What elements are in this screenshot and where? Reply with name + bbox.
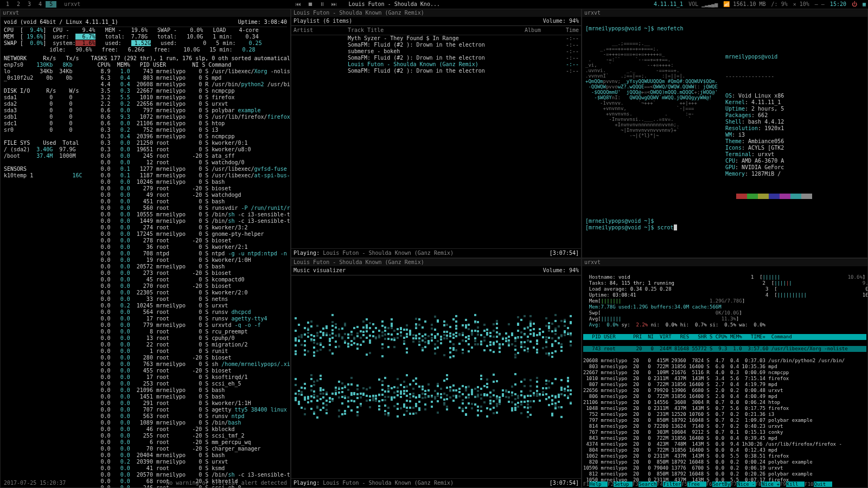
proc-row[interactable]: 6.3 0.4 803 mrneilypo 0 S mpd bbox=[91, 75, 291, 81]
terminal-input[interactable]: [mrneilypops@void ~]$ scrot bbox=[585, 224, 674, 230]
proc-row[interactable]: 0.0 0.0 253 root 0 S scsi_eh_5 bbox=[91, 381, 291, 387]
proc-row[interactable]: 0.0 0.0 560 root 0 S runsvdir -P /run/ru… bbox=[91, 205, 291, 211]
proc-row[interactable]: 0.0 0.0 21096 mrneilypo 0 S bash bbox=[91, 387, 291, 394]
player-playpause-icon[interactable]: ⏸ bbox=[318, 1, 327, 7]
proc-row[interactable]: 0.0 0.0 17 root 0 S runsv agetty-tty4 bbox=[91, 316, 291, 322]
proc-row[interactable]: 0.0 0.0 17 root 0 S ksoftirqd/1 bbox=[91, 374, 291, 381]
proc-row[interactable]: 0.0 0.0 1451 mrneilypo 0 S bash bbox=[91, 394, 291, 400]
htop-row[interactable]: 22656 mrneilypo 20 0 79920 13906 6680 S … bbox=[583, 388, 866, 394]
htop-row[interactable]: 812 mrneilypo 20 0 850M 18792 16048 S 0.… bbox=[583, 471, 866, 477]
htop-row[interactable]: 843 mrneilypo 20 0 722M 31856 16400 S 0.… bbox=[583, 435, 866, 441]
proc-row[interactable]: 0.0 0.0 455 root -20 S bioset bbox=[91, 368, 291, 374]
htop-row[interactable]: 752 mrneilypo 20 0 231M 12520 10760 S 0.… bbox=[583, 412, 866, 418]
proc-row[interactable]: 0.3 0.2 752 mrneilypo 0 S i3 bbox=[91, 127, 291, 133]
proc-row[interactable]: 0.0 0.0 20572 mrneilypo 0 S bash bbox=[91, 264, 291, 270]
proc-row[interactable]: 0.6 9.3 1072 mrneilypo 0 S /usr/lib/fire… bbox=[91, 114, 291, 120]
proc-row[interactable]: 0.0 0.2 20390 mrneilypo 0 S urxvt bbox=[91, 459, 291, 465]
htop-row[interactable]: 4374 mrneilypo 20 0 423M 748M 143M S 0.0… bbox=[583, 441, 866, 447]
player-next-icon[interactable]: ⏭ bbox=[330, 1, 339, 7]
htop-fkeys[interactable]: F1Help F2Setup F3SearchF4FilterF5Tree F6… bbox=[582, 481, 867, 487]
proc-row[interactable]: 0.0 0.0 13 root 0 S cpuhp/0 bbox=[91, 335, 291, 342]
proc-row[interactable]: 0.0 0.0 36 root 0 S kworker/2:1 bbox=[91, 244, 291, 251]
proc-row[interactable]: 0.0 0.0 451 root 0 S bash bbox=[91, 198, 291, 205]
proc-row[interactable]: 0.0 0.0 17245 mrneilypo 0 S gnome-pty-he… bbox=[91, 231, 291, 237]
playlist-row[interactable]: Louis Futon - Shoulda Known (Ganz Remix)… bbox=[291, 61, 581, 68]
proc-row[interactable]: 0.0 0.0 273 root -20 S bioset bbox=[91, 270, 291, 277]
proc-row[interactable]: 0.0 0.1 1187 mrneilypo 0 S /usr/libexec/… bbox=[91, 172, 291, 179]
proc-row[interactable]: 0.0 0.0 6 root -20 S mm_percpu_wq bbox=[91, 439, 291, 446]
proc-row[interactable]: 4.4 0.4 20608 mrneilypo 0 R /usr/bin/pyt… bbox=[91, 81, 291, 88]
playlist-row[interactable]: SomaFM: Fluid (#2 ): Drown in the electr… bbox=[291, 55, 581, 61]
proc-row[interactable]: 0.0 0.0 49 root -20 S watchdogd bbox=[91, 192, 291, 198]
proc-row[interactable]: 0.0 0.0 20404 mrneilypo 0 S bash bbox=[91, 452, 291, 459]
proc-row[interactable]: 0.0 0.1 1277 mrneilypo 0 S /usr/libexec/… bbox=[91, 166, 291, 172]
workspace-2[interactable]: 2 bbox=[13, 1, 24, 8]
proc-row[interactable]: 0.0 0.0 270 root -20 S bioset bbox=[91, 283, 291, 290]
proc-row[interactable]: 0.3 0.4 20396 mrneilypo 0 S ncmpcpp bbox=[91, 133, 291, 140]
menu-icon[interactable]: ▦ bbox=[863, 1, 866, 8]
proc-row[interactable]: 0.0 0.0 763 mrneilypo 0 S sh /home/mrnei… bbox=[91, 361, 291, 368]
proc-row[interactable]: 0.0 0.0 10555 mrneilypo 0 S /bin/sh -c i… bbox=[91, 211, 291, 218]
htop-selected-row[interactable]: 743 root 20 0 244M 81648 55772 S 9.3 1.0… bbox=[583, 346, 866, 352]
htop-row[interactable]: 1048 mrneilypo 20 0 2311M 437M 143M S 0.… bbox=[583, 406, 866, 412]
proc-row[interactable]: 0.0 0.0 46 root -20 S kblockd bbox=[91, 426, 291, 433]
proc-row[interactable]: 0.0 0.0 70 root -20 S charger_manager bbox=[91, 446, 291, 452]
proc-row[interactable]: 0.0 0.0 707 root 0 S agetty tty5 38400 l… bbox=[91, 407, 291, 413]
playlist-row[interactable]: submerse - bokeh-:-- bbox=[291, 48, 581, 55]
proc-row[interactable]: 0.0 0.0 708 ntpd 0 S ntpd -g -u ntpd:ntp… bbox=[91, 251, 291, 257]
proc-row[interactable]: 0.0 0.0 22305 root 0 S kworker/2:0 bbox=[91, 290, 291, 296]
proc-row[interactable]: 0.0 0.0 255 root -20 S scsi_tmf_2 bbox=[91, 433, 291, 439]
proc-row[interactable]: 0.0 0.0 1449 mrneilypo 0 S /bin/sh -c i3… bbox=[91, 218, 291, 224]
htop-row[interactable]: 807 mrneilypo 20 0 722M 31856 16400 S 2.… bbox=[583, 382, 866, 388]
proc-row[interactable]: 0.0 0.0 278 root -20 S bioset bbox=[91, 237, 291, 244]
proc-row[interactable]: 0.0 0.0 20570 mrneilypo 0 S /bin/sh -c i… bbox=[91, 472, 291, 478]
proc-row[interactable]: 0.0 0.0 22 root 0 S migration/2 bbox=[91, 342, 291, 348]
proc-row[interactable]: 0.0 0.0 245 root -20 S ata_sff bbox=[91, 153, 291, 159]
proc-row[interactable]: 0.0 0.0 10246 mrneilypo 0 S bash bbox=[91, 179, 291, 185]
proc-row[interactable]: 0.0 0.2 10245 mrneilypo 0 S urxvt bbox=[91, 303, 291, 309]
workspace-4[interactable]: 4 bbox=[35, 1, 46, 8]
proc-row[interactable]: 0.0 0.0 8 root 0 S rcu_preempt bbox=[91, 329, 291, 335]
proc-row[interactable]: 0.6 0.0 21106 mrneilypo 0 S htop bbox=[91, 120, 291, 127]
playlist-row[interactable]: Myth Syzer - They Found $ In Range-:-- bbox=[291, 35, 581, 42]
proc-row[interactable]: 0.0 0.0 779 mrneilypo 0 S urxvtd -q -o -… bbox=[91, 322, 291, 329]
workspace-1[interactable]: 1 bbox=[2, 1, 13, 8]
proc-row[interactable]: 3.5 0.3 22667 mrneilypo 0 S ncmpcpp bbox=[91, 88, 291, 94]
playlist-row[interactable]: SomaFM: Fluid (#2 ): Drown in the electr… bbox=[291, 68, 581, 74]
workspace-5[interactable]: 5 bbox=[46, 1, 56, 8]
proc-row[interactable]: 0.0 0.0 1089 mrneilypo 0 S /bin/bash bbox=[91, 420, 291, 426]
power-icon[interactable]: ⏻ bbox=[852, 1, 857, 8]
htop-row[interactable]: 803 mrneilypo 20 0 722M 31856 16400 S 6.… bbox=[583, 364, 866, 370]
proc-row[interactable]: 0.0 0.0 1 root 0 S runit bbox=[91, 348, 291, 355]
player-prev-icon[interactable]: ⏮ bbox=[294, 1, 303, 7]
htop-row[interactable]: 797 mrneilypo 20 0 850M 18792 16048 S 0.… bbox=[583, 418, 866, 423]
playlist-row[interactable]: SomaFM: Fluid (#2 ): Drown in the electr… bbox=[291, 42, 581, 48]
proc-row[interactable]: 0.0 0.0 274 root 0 S kworker/3:2 bbox=[91, 224, 291, 231]
proc-row[interactable]: 0.3 0.0 19651 root 0 S kworker/u8:0 bbox=[91, 146, 291, 153]
proc-row[interactable]: 0.6 0.0 797 mrneilypo 0 S polybar exampl… bbox=[91, 107, 291, 114]
proc-row[interactable]: 0.0 0.0 12 root 0 S watchdog/0 bbox=[91, 159, 291, 166]
htop-row[interactable]: 21106 mrneilypo 20 0 14556 3608 3004 R 0… bbox=[583, 400, 866, 406]
proc-row[interactable]: 8.9 1.0 743 mrneilypo 0 S /usr/libexec/X… bbox=[91, 68, 291, 75]
proc-row[interactable]: 0.0 0.0 19 root 0 S kworker/1:0H bbox=[91, 257, 291, 264]
htop-row[interactable]: 1062 mrneilypo 20 0 2311M 437M 143M S 0.… bbox=[583, 453, 866, 459]
proc-row[interactable]: 0.0 0.0 280 root -20 S bioset bbox=[91, 355, 291, 361]
proc-row[interactable]: 0.3 0.0 21250 root 0 S kworker/0:1 bbox=[91, 140, 291, 146]
htop-row[interactable]: 820 mrneilypo 20 0 850M 18792 16048 S 0.… bbox=[583, 459, 866, 465]
htop-row[interactable]: 814 mrneilypo 20 0 72200 13624 7140 S 0.… bbox=[583, 423, 866, 429]
htop-row[interactable]: 1010 mrneilypo 20 0 2311M 437M 143M S 3.… bbox=[583, 376, 866, 382]
htop-row[interactable]: 804 mrneilypo 20 0 722M 31856 16400 S 0.… bbox=[583, 447, 866, 453]
workspace-3[interactable]: 3 bbox=[24, 1, 35, 8]
htop-row[interactable]: 22667 mrneilypo 20 0 109M 21676 5116 R 4… bbox=[583, 370, 866, 376]
htop-row[interactable]: 20608 mrneilypo 20 0 415M 29360 7824 S 4… bbox=[583, 358, 866, 364]
proc-row[interactable]: 0.0 0.0 563 root 0 S runsv ntpd bbox=[91, 413, 291, 420]
htop-row[interactable]: 10596 mrneilypo 20 0 79040 13776 6700 S … bbox=[583, 465, 866, 471]
proc-row[interactable]: 0.0 0.0 45 root 0 S kcompactd0 bbox=[91, 277, 291, 283]
htop-row[interactable]: 767 mrneilypo 20 0 303M 10604 9212 S 0.7… bbox=[583, 429, 866, 435]
proc-row[interactable]: 2.2 0.2 22656 mrneilypo 0 S urxvt bbox=[91, 101, 291, 107]
proc-row[interactable]: 0.0 0.0 291 root 0 S kworker/1:1H bbox=[91, 400, 291, 407]
proc-row[interactable]: 0.0 0.0 279 root -20 S bioset bbox=[91, 185, 291, 192]
proc-row[interactable]: 0.0 0.0 41 root 0 S ksmd bbox=[91, 465, 291, 472]
player-stop-icon[interactable]: ⏹ bbox=[306, 1, 315, 7]
proc-row[interactable]: 0.0 0.0 564 root 0 S runsv dhcpcd bbox=[91, 309, 291, 316]
